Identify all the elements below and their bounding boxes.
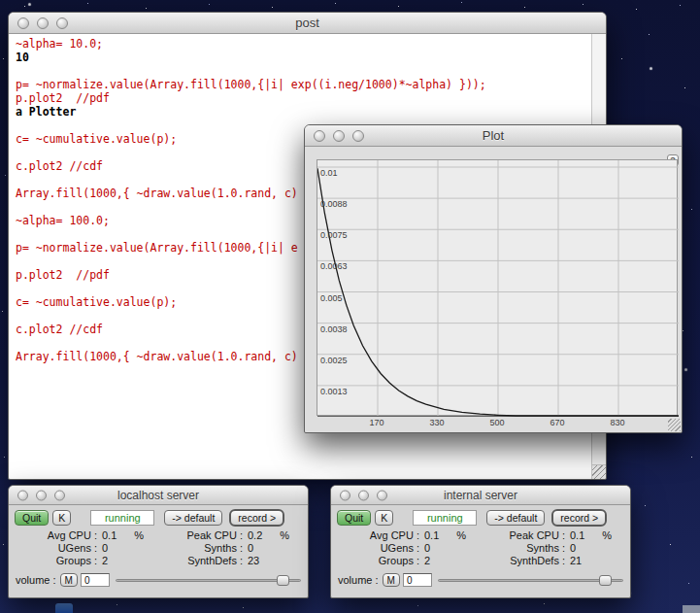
x-tick-label: 670 xyxy=(543,418,572,427)
mute-button[interactable]: M xyxy=(383,573,400,587)
slider-thumb[interactable] xyxy=(599,575,612,586)
dock-corner-item[interactable] xyxy=(683,605,700,613)
zoom-button[interactable] xyxy=(54,490,65,500)
x-tick-label: 330 xyxy=(422,418,451,427)
volume-field[interactable]: 0 xyxy=(81,573,110,587)
server-status-badge: running xyxy=(413,510,477,526)
plot-window: Plot ? 0.010.00880.00750.00630.0050.0038… xyxy=(304,124,683,433)
code-line: a Plotter xyxy=(16,105,591,119)
server-stat: SynthDefs :23 xyxy=(158,555,304,567)
server-content: Quit K running -> default record > Avg C… xyxy=(331,505,630,597)
server-stats: Avg CPU :0.1%Peak CPU :0.1%UGens :0Synth… xyxy=(335,529,626,567)
window-title: Plot xyxy=(483,128,504,143)
plot-canvas xyxy=(317,160,679,417)
window-controls xyxy=(17,17,68,29)
server-titlebar[interactable]: localhost server xyxy=(9,486,308,505)
y-tick-label: 0.01 xyxy=(320,168,338,178)
y-tick-label: 0.0025 xyxy=(320,356,348,365)
minimize-button[interactable] xyxy=(333,130,345,142)
window-title: post xyxy=(295,16,319,30)
window-controls xyxy=(314,130,364,142)
plot-frame: 0.010.00880.00750.00630.0050.00380.00250… xyxy=(317,159,678,416)
server-status-badge: running xyxy=(90,510,154,526)
zoom-button[interactable] xyxy=(56,17,68,29)
server-buttons-row: Quit K running -> default record > xyxy=(337,509,624,527)
server-stat: Groups :2 xyxy=(335,555,481,567)
make-default-button[interactable]: -> default xyxy=(486,510,545,526)
plot-content: ? 0.010.00880.00750.00630.0050.00380.002… xyxy=(305,147,682,432)
internal-server-window: internal server Quit K running -> defaul… xyxy=(330,485,631,598)
server-stat: Peak CPU :0.2% xyxy=(158,529,304,542)
y-tick-label: 0.0063 xyxy=(320,261,348,271)
volume-label: volume : xyxy=(16,574,56,586)
kill-button[interactable]: K xyxy=(375,510,393,526)
volume-slider[interactable] xyxy=(116,573,301,587)
minimize-button[interactable] xyxy=(37,17,49,29)
window-controls xyxy=(17,490,65,500)
dock-icon[interactable] xyxy=(55,603,73,613)
server-stat: UGens :0 xyxy=(13,542,158,555)
server-stat: Avg CPU :0.1% xyxy=(13,529,158,542)
desktop: post ~alpha= 10.0;10 p= ~normalize.value… xyxy=(0,0,700,613)
resize-grip[interactable] xyxy=(591,464,606,479)
stars-decoration-bright xyxy=(0,0,1,1)
x-tick-label: 170 xyxy=(362,418,391,427)
zoom-button[interactable] xyxy=(352,130,364,142)
server-buttons-row: Quit K running -> default record > xyxy=(15,509,302,527)
window-title: internal server xyxy=(444,489,517,502)
server-stats: Avg CPU :0.1%Peak CPU :0.2%UGens :0Synth… xyxy=(13,529,304,567)
quit-button[interactable]: Quit xyxy=(15,510,49,526)
server-stat: Avg CPU :0.1% xyxy=(335,529,481,542)
server-stat: Synths :0 xyxy=(158,542,304,555)
mute-button[interactable]: M xyxy=(60,573,78,587)
record-button[interactable]: record > xyxy=(229,509,284,527)
volume-slider[interactable] xyxy=(438,573,623,587)
kill-button[interactable]: K xyxy=(52,510,71,526)
server-titlebar[interactable]: internal server xyxy=(331,486,630,505)
slider-track[interactable] xyxy=(116,579,301,582)
code-line: p= ~normalize.value(Array.fill(1000,{|i|… xyxy=(16,78,591,91)
x-tick-label: 830 xyxy=(603,418,632,427)
minimize-button[interactable] xyxy=(36,490,47,500)
y-tick-label: 0.005 xyxy=(320,293,343,303)
record-button[interactable]: record > xyxy=(551,509,607,527)
quit-button[interactable]: Quit xyxy=(337,510,371,526)
minimize-button[interactable] xyxy=(358,490,369,500)
server-stat: SynthDefs :21 xyxy=(481,555,626,567)
y-tick-label: 0.0013 xyxy=(320,387,348,396)
close-button[interactable] xyxy=(314,130,325,142)
plot-titlebar[interactable]: Plot xyxy=(305,125,682,147)
volume-label: volume : xyxy=(338,574,379,586)
server-stat: Groups :2 xyxy=(13,555,158,567)
close-button[interactable] xyxy=(17,17,29,29)
window-controls xyxy=(340,490,387,500)
code-line: ~alpha= 10.0; xyxy=(16,37,591,51)
slider-track[interactable] xyxy=(438,579,623,582)
server-stat: UGens :0 xyxy=(335,542,481,555)
y-tick-label: 0.0075 xyxy=(320,230,348,240)
localhost-server-window: localhost server Quit K running -> defau… xyxy=(8,485,309,598)
y-tick-label: 0.0038 xyxy=(320,324,348,334)
window-title: localhost server xyxy=(117,489,199,502)
server-stat: Peak CPU :0.1% xyxy=(481,529,626,542)
y-tick-label: 0.0088 xyxy=(320,199,348,209)
x-tick-label: 500 xyxy=(483,418,512,427)
post-titlebar[interactable]: post xyxy=(9,13,606,34)
server-content: Quit K running -> default record > Avg C… xyxy=(9,505,308,597)
code-line: p.plot2 //pdf xyxy=(16,91,591,105)
zoom-button[interactable] xyxy=(377,490,387,500)
server-stat: Synths :0 xyxy=(481,542,626,555)
slider-thumb[interactable] xyxy=(277,575,289,586)
resize-grip[interactable] xyxy=(668,419,681,431)
make-default-button[interactable]: -> default xyxy=(164,510,222,526)
code-line xyxy=(16,64,591,78)
close-button[interactable] xyxy=(17,490,28,500)
code-line: 10 xyxy=(16,51,591,64)
close-button[interactable] xyxy=(340,490,350,500)
volume-field[interactable]: 0 xyxy=(403,573,432,587)
volume-row: volume : M 0 xyxy=(338,573,623,587)
volume-row: volume : M 0 xyxy=(16,573,301,587)
